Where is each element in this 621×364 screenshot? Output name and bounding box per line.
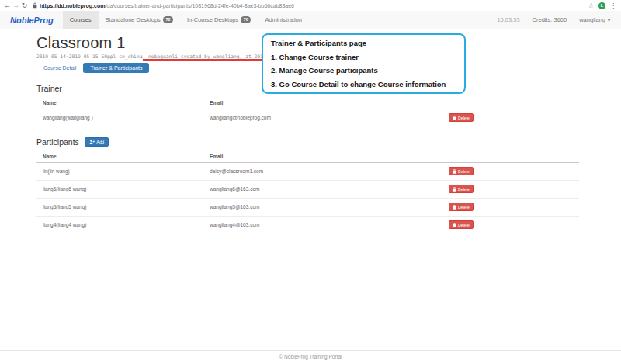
annotation-callout: Trainer & Participants page 1. Change Co… [262, 33, 466, 94]
trainer-table: Name Email wangliang(wangliang ) wanglia… [36, 97, 579, 127]
nobleprog-logo[interactable]: NobleProg [0, 11, 63, 29]
browser-menu-icon[interactable]: ⋮ [610, 2, 616, 9]
participants-heading-label: Participants [36, 137, 79, 147]
participants-col-name: Name [36, 151, 203, 163]
url-scheme: https:// [40, 3, 57, 9]
delete-participant-button[interactable]: Delete [449, 203, 474, 211]
participant-email-cell: daisy@classroom1.com [203, 163, 442, 181]
participant-email-cell: wangliang4@163.com [203, 217, 442, 234]
trash-icon [453, 223, 456, 227]
participant-name-cell: lin(lin wang) [36, 163, 203, 181]
table-row: lin(lin wang) daisy@classroom1.com Delet… [36, 163, 579, 181]
bookmark-star-icon[interactable]: ☆ [588, 2, 594, 9]
table-row: wangliang(wangliang ) wangliang@noblepro… [36, 109, 579, 127]
annotation-line-1: Trainer & Participants page [271, 36, 456, 50]
footer-text: © NobleProg Training Portal [279, 354, 342, 359]
trainer-col-action [442, 97, 579, 109]
tab-trainer-participants[interactable]: Trainer & Participants [83, 63, 149, 73]
nav-item-label: Administration [265, 16, 302, 23]
user-menu[interactable]: wangliang ▾ [573, 11, 621, 29]
delete-button-label: Delete [458, 223, 470, 227]
trainer-email-cell: wangliang@nobleprog.com [203, 109, 442, 127]
app-navbar: NobleProg Courses Standalone Desktops 72… [0, 11, 621, 29]
delete-button-label: Delete [458, 116, 470, 120]
trash-icon [453, 205, 456, 210]
nav-item-label: In-Course Desktops [187, 16, 238, 23]
page-footer: © NobleProg Training Portal [0, 350, 621, 364]
url-host: dd.nobleprog.com [57, 3, 105, 9]
table-row: liang6(liang6 wang) wangliang6@163.com D… [36, 181, 579, 199]
nav-item-label: Courses [70, 16, 92, 23]
annotation-line-2: 1. Change Course trainer [271, 50, 456, 64]
annotation-line-4: 3. Go Course Detail to change Course inf… [271, 78, 456, 91]
standalone-desktops-count-badge: 72 [163, 16, 173, 23]
participant-name-cell: liang4(liang4 wang) [36, 217, 203, 234]
add-button-label: Add [96, 140, 104, 144]
nav-item-label: Standalone Desktops [106, 16, 161, 23]
nav-item-administration[interactable]: Administration [258, 11, 309, 29]
participant-name-cell: liang5(liang5 wang) [36, 199, 203, 217]
trash-icon [453, 187, 456, 192]
chevron-down-icon: ▾ [608, 17, 610, 23]
refresh-icon[interactable]: ↻ [20, 2, 29, 9]
participant-name-cell: liang6(liang6 wang) [36, 181, 203, 199]
annotation-connector-line [143, 59, 262, 61]
back-icon[interactable]: ← [3, 2, 12, 9]
browser-profile-avatar[interactable]: L [598, 2, 605, 9]
forward-icon[interactable]: → [12, 2, 20, 9]
delete-button-label: Delete [458, 205, 470, 210]
nav-item-courses[interactable]: Courses [63, 11, 99, 29]
url-path: /da/courses/trainer-and-participants/108… [105, 3, 294, 9]
delete-trainer-button[interactable]: Delete [449, 113, 474, 122]
participants-col-email: Email [203, 151, 442, 163]
participants-col-action [442, 151, 579, 163]
credits-display: Credits: 3600 [526, 11, 574, 29]
participants-heading: Participants Add [36, 137, 621, 147]
participant-email-cell: wangliang5@163.com [203, 199, 442, 217]
clock-display: 15:03:53 [491, 11, 526, 29]
add-user-icon [89, 140, 95, 144]
nav-item-in-course-desktops[interactable]: In-Course Desktops 76 [180, 11, 258, 29]
delete-button-label: Delete [458, 187, 470, 192]
user-name: wangliang [579, 16, 605, 23]
lock-icon [33, 2, 37, 9]
delete-participant-button[interactable]: Delete [449, 185, 474, 193]
trash-icon [453, 169, 456, 174]
trash-icon [453, 116, 456, 120]
trainer-name-cell: wangliang(wangliang ) [36, 109, 203, 127]
participant-email-cell: wangliang6@163.com [203, 181, 442, 199]
delete-participant-button[interactable]: Delete [449, 220, 474, 229]
participants-table: Name Email lin(lin wang) daisy@classroom… [36, 151, 579, 234]
add-participant-button[interactable]: Add [85, 137, 109, 147]
browser-chrome: ← → ↻ https://dd.nobleprog.com/da/course… [0, 0, 621, 11]
url-bar[interactable]: https://dd.nobleprog.com/da/courses/trai… [31, 2, 588, 10]
in-course-desktops-count-badge: 76 [241, 16, 251, 23]
delete-participant-button[interactable]: Delete [449, 167, 474, 175]
trainer-col-email: Email [203, 97, 442, 109]
delete-button-label: Delete [458, 169, 470, 174]
annotation-line-3: 2. Manage Course participants [271, 64, 456, 77]
nav-item-standalone-desktops[interactable]: Standalone Desktops 72 [99, 11, 180, 29]
table-row: liang5(liang5 wang) wangliang5@163.com D… [36, 199, 579, 217]
trainer-col-name: Name [36, 97, 203, 109]
table-row: liang4(liang4 wang) wangliang4@163.com D… [36, 217, 579, 234]
tab-course-detail[interactable]: Course Detail [36, 63, 83, 73]
